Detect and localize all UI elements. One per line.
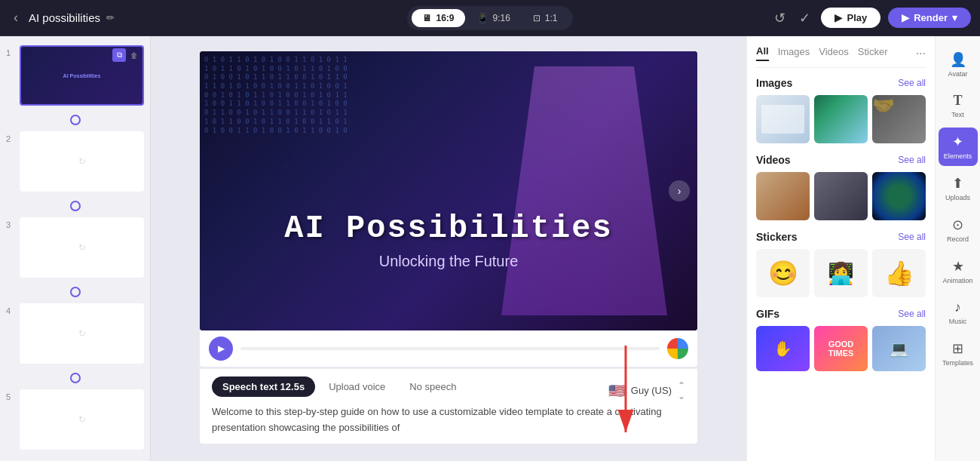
speech-tabs-row: Speech text 12.5s Upload voice No speech… bbox=[212, 376, 685, 404]
video-city bbox=[814, 172, 868, 220]
gif-hands-img: ✋ bbox=[756, 326, 810, 371]
video-earth bbox=[872, 172, 926, 220]
right-sidebar: 👤 Avatar T Text ✦ Elements ⬆ Uploads ⊙ R… bbox=[935, 36, 980, 461]
render-icon: ▶ bbox=[902, 12, 909, 23]
video-thumb-street[interactable] bbox=[756, 172, 810, 220]
animation-icon: ★ bbox=[952, 258, 964, 275]
sidebar-item-avatar[interactable]: 👤 Avatar bbox=[939, 45, 978, 84]
progress-circle-2 bbox=[70, 201, 81, 211]
assets-tab-stickers[interactable]: Sticker bbox=[858, 46, 888, 60]
topbar: ‹ AI possibilities ✏ 🖥 16:9 📱 9:16 ⊡ 1:1… bbox=[0, 0, 980, 36]
slide-thumb-2[interactable]: ↻ bbox=[20, 131, 144, 192]
sidebar-item-text[interactable]: T Text bbox=[939, 87, 978, 124]
desktop-icon: 🖥 bbox=[422, 13, 431, 23]
edit-icon[interactable]: ✏ bbox=[106, 12, 115, 23]
images-section-header: Images See all bbox=[756, 77, 926, 89]
editor-area: 0 1 0 1 1 0 1 0 1 0 0 1 1 0 1 0 1 1 1 0 … bbox=[151, 36, 746, 461]
music-icon: ♪ bbox=[954, 300, 961, 315]
slide-thumb-1[interactable]: AI Possibilities ⧉ 🗑 bbox=[20, 45, 144, 106]
image-thumb-mountain[interactable] bbox=[814, 95, 868, 143]
redo-button[interactable]: ✓ bbox=[796, 7, 813, 29]
video-thumb-city[interactable] bbox=[814, 172, 868, 220]
render-dropdown-icon: ▾ bbox=[952, 12, 957, 23]
expand-canvas-button[interactable]: › bbox=[669, 180, 690, 201]
assets-tabs: All Images Videos Sticker ··· bbox=[756, 45, 926, 68]
assets-tab-all[interactable]: All bbox=[756, 45, 769, 61]
sticker-smile[interactable]: 😊 bbox=[756, 249, 810, 297]
gif-hands[interactable]: ✋ bbox=[756, 326, 810, 371]
slide-item-3[interactable]: 3 ↻ bbox=[6, 214, 144, 281]
voice-name: Guy (US) bbox=[631, 385, 672, 396]
images-see-all-link[interactable]: See all bbox=[898, 78, 926, 88]
gifs-see-all-link[interactable]: See all bbox=[898, 309, 926, 319]
ratio-mobile-label: 9:16 bbox=[493, 13, 510, 23]
speech-tabs: Speech text 12.5s Upload voice No speech bbox=[212, 376, 467, 397]
gif-goodtimes[interactable]: GOOD TIMES bbox=[814, 326, 868, 371]
canvas-bottom-bar: ▶ bbox=[200, 330, 697, 367]
render-button[interactable]: ▶ Render ▾ bbox=[888, 8, 971, 28]
assets-more-icon[interactable]: ··· bbox=[916, 47, 926, 60]
sticker-computer[interactable]: 👩‍💻 bbox=[814, 249, 868, 297]
back-button[interactable]: ‹ bbox=[9, 7, 23, 29]
ratio-desktop-button[interactable]: 🖥 16:9 bbox=[412, 9, 464, 27]
canvas-play-button[interactable]: ▶ bbox=[209, 337, 233, 361]
slide-thumb-5[interactable]: ↻ bbox=[20, 389, 144, 450]
slide-item-4[interactable]: 4 ↻ bbox=[6, 300, 144, 367]
uploads-icon: ⬆ bbox=[952, 175, 963, 192]
upload-voice-tab[interactable]: Upload voice bbox=[318, 376, 396, 397]
ratio-selector: 🖥 16:9 📱 9:16 ⊡ 1:1 bbox=[407, 6, 572, 30]
canvas-text-overlay: AI Possibilities Unlocking the Future bbox=[200, 211, 697, 270]
ratio-square-button[interactable]: ⊡ 1:1 bbox=[522, 9, 568, 27]
sidebar-item-uploads[interactable]: ⬆ Uploads bbox=[939, 169, 978, 207]
mobile-icon: 📱 bbox=[477, 13, 488, 23]
sidebar-music-label: Music bbox=[949, 318, 967, 325]
sidebar-item-elements[interactable]: ✦ Elements bbox=[939, 128, 978, 166]
assets-tab-videos[interactable]: Videos bbox=[819, 46, 849, 60]
videos-grid bbox=[756, 172, 926, 220]
sidebar-item-templates[interactable]: ⊞ Templates bbox=[939, 334, 978, 373]
video-thumb-earth[interactable] bbox=[872, 172, 926, 220]
gifs-grid: ✋ GOOD TIMES 💻 bbox=[756, 326, 926, 371]
canvas[interactable]: 0 1 0 1 1 0 1 0 1 0 0 1 1 0 1 0 1 1 1 0 … bbox=[200, 51, 697, 330]
slide-progress-3 bbox=[6, 287, 144, 297]
speech-text-tab[interactable]: Speech text 12.5s bbox=[212, 376, 315, 397]
sidebar-uploads-label: Uploads bbox=[945, 194, 970, 201]
sticker-thumbsup[interactable]: 👍 bbox=[872, 249, 926, 297]
canvas-wrapper: 0 1 0 1 1 0 1 0 1 0 0 1 1 0 1 0 1 1 1 0 … bbox=[200, 51, 697, 367]
slide-item[interactable]: 1 AI Possibilities ⧉ 🗑 bbox=[6, 42, 144, 109]
slide-item-2[interactable]: 2 ↻ bbox=[6, 128, 144, 195]
timeline-bar[interactable] bbox=[240, 347, 660, 350]
progress-circle-3 bbox=[70, 287, 81, 297]
elements-icon: ✦ bbox=[952, 134, 963, 150]
gif-laptop[interactable]: 💻 bbox=[872, 326, 926, 371]
slide-thumb-3[interactable]: ↻ bbox=[20, 217, 144, 278]
play-button[interactable]: ▶ Play bbox=[821, 8, 880, 28]
slide-delete-button-1[interactable]: 🗑 bbox=[127, 48, 141, 62]
person-silhouette bbox=[501, 66, 667, 315]
sidebar-avatar-label: Avatar bbox=[948, 70, 968, 78]
slide-thumb-4[interactable]: ↻ bbox=[20, 303, 144, 364]
slide-thumb-img-5: ↻ bbox=[21, 391, 142, 448]
image-mountain bbox=[814, 95, 868, 143]
slide-actions-1: ⧉ 🗑 bbox=[112, 48, 141, 62]
videos-see-all-link[interactable]: See all bbox=[898, 155, 926, 165]
images-grid: 🤝 bbox=[756, 95, 926, 143]
slide-progress-1 bbox=[6, 115, 144, 125]
voice-chevron-icon[interactable]: ⌃⌄ bbox=[678, 380, 685, 401]
ratio-mobile-button[interactable]: 📱 9:16 bbox=[467, 9, 521, 27]
stickers-see-all-link[interactable]: See all bbox=[898, 232, 926, 242]
slide-number-5: 5 bbox=[6, 392, 15, 401]
sidebar-item-music[interactable]: ♪ Music bbox=[939, 294, 978, 331]
assets-tab-images[interactable]: Images bbox=[778, 46, 810, 60]
slide-copy-button-1[interactable]: ⧉ bbox=[112, 48, 126, 62]
play-icon: ▶ bbox=[835, 12, 842, 23]
progress-circle-1 bbox=[70, 115, 81, 125]
image-thumb-handshake[interactable]: 🤝 bbox=[872, 95, 926, 143]
sidebar-item-animation[interactable]: ★ Animation bbox=[939, 252, 978, 290]
image-thumb-office[interactable] bbox=[756, 95, 810, 143]
undo-button[interactable]: ↺ bbox=[771, 7, 789, 29]
no-speech-tab[interactable]: No speech bbox=[399, 376, 467, 397]
sidebar-item-record[interactable]: ⊙ Record bbox=[939, 211, 978, 249]
slide-item-5[interactable]: 5 ↻ bbox=[6, 386, 144, 453]
video-street bbox=[756, 172, 810, 220]
